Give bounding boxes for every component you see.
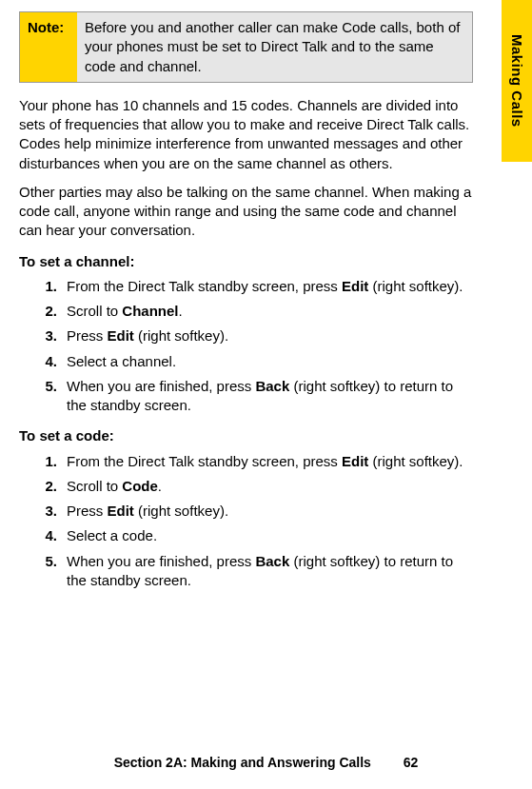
step-text: Scroll to Code. — [67, 477, 476, 496]
step-number: 4. — [36, 526, 57, 545]
footer-page: 62 — [404, 754, 419, 772]
step-text: From the Direct Talk standby screen, pre… — [67, 277, 476, 296]
step-text: Scroll to Channel. — [67, 302, 476, 321]
step-number: 1. — [36, 452, 57, 471]
step: 3.Press Edit (right softkey). — [19, 502, 476, 521]
page-content: Note: Before you and another caller can … — [0, 0, 495, 590]
step: 1.From the Direct Talk standby screen, p… — [19, 277, 476, 296]
step-text: Select a code. — [67, 526, 476, 545]
paragraph-1: Your phone has 10 channels and 15 codes.… — [19, 96, 476, 173]
step-bold: Back — [255, 378, 289, 394]
step-number: 5. — [36, 377, 57, 416]
step-number: 5. — [36, 552, 57, 591]
side-tab: Making Calls — [502, 0, 532, 162]
step-bold: Code — [122, 478, 158, 494]
channel-heading: To set a channel: — [19, 252, 476, 271]
note-label: Note: — [20, 12, 77, 82]
step-bold: Edit — [108, 327, 134, 344]
step-text: When you are finished, press Back (right… — [67, 377, 476, 416]
code-steps: 1.From the Direct Talk standby screen, p… — [19, 452, 476, 591]
step: 3.Press Edit (right softkey). — [19, 326, 476, 345]
step-text: From the Direct Talk standby screen, pre… — [67, 452, 476, 471]
step: 5.When you are finished, press Back (rig… — [19, 377, 476, 416]
footer-section: Section 2A: Making and Answering Calls — [114, 755, 371, 770]
code-heading: To set a code: — [19, 426, 476, 445]
step: 2.Scroll to Channel. — [19, 302, 476, 321]
step: 1.From the Direct Talk standby screen, p… — [19, 452, 476, 471]
step-bold: Edit — [108, 503, 134, 519]
step-number: 2. — [36, 477, 57, 496]
note-box: Note: Before you and another caller can … — [19, 11, 473, 83]
note-text: Before you and another caller can make C… — [77, 12, 472, 82]
step-bold: Edit — [342, 278, 368, 294]
side-tab-label: Making Calls — [507, 34, 526, 128]
step-bold: Edit — [342, 453, 368, 469]
step-bold: Back — [255, 553, 289, 569]
paragraph-2: Other parties may also be talking on the… — [19, 183, 476, 241]
step-text: When you are finished, press Back (right… — [67, 552, 476, 591]
footer: Section 2A: Making and Answering Calls 6… — [0, 754, 532, 772]
step-number: 2. — [36, 302, 57, 321]
step-text: Select a channel. — [67, 352, 476, 371]
step-number: 1. — [36, 277, 57, 296]
step-text: Press Edit (right softkey). — [67, 326, 476, 345]
step: 4.Select a channel. — [19, 352, 476, 371]
step-bold: Channel — [122, 303, 178, 319]
step-text: Press Edit (right softkey). — [67, 502, 476, 521]
step: 4.Select a code. — [19, 526, 476, 545]
channel-steps: 1.From the Direct Talk standby screen, p… — [19, 277, 476, 416]
step-number: 3. — [36, 502, 57, 521]
step: 5.When you are finished, press Back (rig… — [19, 552, 476, 591]
step-number: 3. — [36, 326, 57, 345]
step-number: 4. — [36, 352, 57, 371]
step: 2.Scroll to Code. — [19, 477, 476, 496]
